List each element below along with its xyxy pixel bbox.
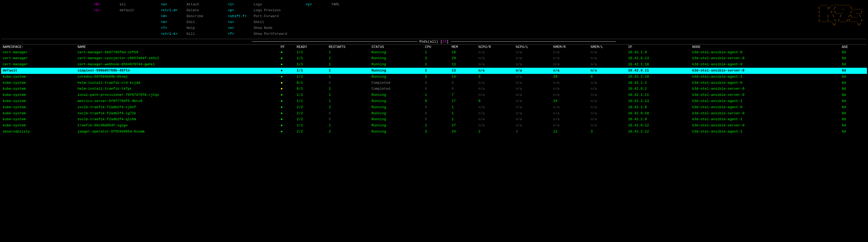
key-1[interactable]: <1> xyxy=(94,7,118,13)
key-ctrld[interactable]: <ctrl-d> xyxy=(161,7,185,13)
cell-status: Completed xyxy=(370,86,423,92)
cell-restarts: 2 xyxy=(327,129,370,135)
key-l[interactable]: <l> xyxy=(228,2,252,7)
pf-dot: ● xyxy=(281,87,283,91)
pods-table: NAMESPACE↑ NAME PF READY RESTARTS STATUS… xyxy=(1,44,867,135)
action-portforward: Port-Forward xyxy=(252,13,306,19)
pf-dot: ● xyxy=(281,130,283,134)
key-s[interactable]: <s> xyxy=(228,19,252,25)
table-row[interactable]: kube-systemsvclb-traefik-f2adb2f4-cjbnf●… xyxy=(1,104,867,110)
cell-cpur: n/a xyxy=(476,49,514,56)
cell-age: 6d xyxy=(840,80,867,86)
col-pf: PF xyxy=(279,44,295,49)
table-row[interactable]: kube-systemhelm-install-traefik-tkfpr●0/… xyxy=(1,86,867,92)
table-row[interactable]: cert-managercert-manager-webhook-8564679… xyxy=(1,62,867,68)
key-f[interactable]: <f> xyxy=(228,31,252,37)
cell-ready: 1/1 xyxy=(295,98,327,104)
cell-cpul: n/a xyxy=(514,110,552,117)
key-e[interactable]: <e> xyxy=(161,19,185,25)
cell-namespace: cert-manager xyxy=(1,62,76,68)
cell-pf: ● xyxy=(279,68,295,74)
cell-restarts: 1 xyxy=(327,98,370,104)
cell-ip: 10.42.1.2 xyxy=(626,80,690,86)
key-d[interactable]: <d> xyxy=(161,13,185,19)
table-row[interactable]: observabilityjaeger-operator-5f554d485d-… xyxy=(1,129,867,135)
pf-dot: ● xyxy=(281,117,283,121)
table-row[interactable]: kube-systemsvclb-traefik-f2adb2f4-lg72k●… xyxy=(1,110,867,117)
cell-ready: 1/1 xyxy=(295,49,327,56)
cell-mem: 13 xyxy=(450,68,477,74)
table-row[interactable]: cert-managercert-manager-cainjector-c865… xyxy=(1,56,867,62)
key-help[interactable]: <?> xyxy=(161,25,185,31)
cell-mem: 1 xyxy=(450,116,477,123)
cell-namespace: kube-system xyxy=(1,80,76,86)
key-a[interactable]: <a> xyxy=(161,2,185,7)
key-ctrlk[interactable]: <ctrl-k> xyxy=(161,31,185,37)
cell-cpul: n/a xyxy=(514,104,552,110)
cell-cpul: n/a xyxy=(514,116,552,123)
table-row[interactable]: kube-systemlocal-path-provisioner-79f67d… xyxy=(1,92,867,98)
cell-mem: 7 xyxy=(450,92,477,98)
pf-dot: ● xyxy=(281,105,283,109)
cell-meml: n/a xyxy=(589,49,626,56)
cell-cpur: n/a xyxy=(476,110,514,117)
cell-pf: ● xyxy=(279,62,295,68)
table-row[interactable]: kube-systemmetrics-server-5f9f776df5-9bt… xyxy=(1,98,867,104)
cell-age: 6d xyxy=(840,123,867,129)
pods-title-bar: ────────────────────────────────────────… xyxy=(1,39,867,44)
cell-status: Running xyxy=(370,62,423,68)
cell-ip: 10.42.1.8 xyxy=(626,104,690,110)
cell-restarts: 2 xyxy=(327,56,370,62)
col-status: STATUS xyxy=(370,44,423,49)
key-y[interactable]: <y> xyxy=(306,2,330,7)
key-shiftf[interactable]: <shift-f> xyxy=(228,13,252,19)
cell-cpul: n/a xyxy=(514,98,552,104)
cell-mem: 19 xyxy=(450,49,477,56)
cell-namespace: cert-manager xyxy=(1,56,76,62)
cell-memr: n/a xyxy=(552,86,589,92)
k9s-logo: ____ __.________ | |/ _/ __ \______ | < … xyxy=(813,2,863,26)
cell-node: k3d-otel-ansible-agent-1 xyxy=(690,116,840,123)
table-row[interactable]: kube-systemtraefik-66c46d954f-sgsgv●1/11… xyxy=(1,123,867,129)
table-row[interactable]: kube-systemcoredns-597584b69b-8ksmj●1/11… xyxy=(1,74,867,80)
col-namespace: NAMESPACE↑ xyxy=(1,44,76,49)
cell-cpur: n/a xyxy=(476,92,514,98)
key-0[interactable]: <0> xyxy=(94,2,118,7)
cell-cpu: 0 xyxy=(423,110,450,117)
cell-ip: 10.42.0.13 xyxy=(626,56,690,62)
table-row[interactable]: kube-systemsvclb-traefik-f2adb2f4-qlchm●… xyxy=(1,116,867,123)
action-edit: Edit xyxy=(185,19,228,25)
cell-mem: 0 xyxy=(450,86,477,92)
table-row[interactable]: cert-managercert-manager-5b97785fbd-n2fb… xyxy=(1,49,867,56)
cell-restarts: 0 xyxy=(327,80,370,86)
col-mem: MEM xyxy=(450,44,477,49)
cell-cpul: n/a xyxy=(514,123,552,129)
col-cpu: CPU xyxy=(423,44,450,49)
cell-namespace: kube-system xyxy=(1,110,76,117)
cell-name: helm-install-traefik-crd-kcjdd xyxy=(76,80,279,86)
logo-section: ____ __.________ | |/ _/ __ \______ | < … xyxy=(801,2,865,37)
cell-ip: 10.42.1.10 xyxy=(626,62,690,68)
cell-age: 6d xyxy=(840,49,867,56)
cell-memr: n/a xyxy=(552,116,589,123)
shortcuts-section: <0> all <a> Attach <l> Logs <y> YAML <1>… xyxy=(94,2,801,37)
cell-namespace: kube-system xyxy=(1,86,76,92)
cell-cpur: n/a xyxy=(476,104,514,110)
cell-cpul: n/a xyxy=(514,62,552,68)
key-p[interactable]: <p> xyxy=(228,7,252,13)
cell-cpu: 9 xyxy=(423,98,450,104)
cell-restarts: 0 xyxy=(327,116,370,123)
cell-cpul: n/a xyxy=(514,56,552,62)
cell-name: coredns-597584b69b-8ksmj xyxy=(76,74,279,80)
pf-dot: ● xyxy=(281,111,283,115)
cell-pf: ● xyxy=(279,74,295,80)
table-row[interactable]: kube-systemhelm-install-traefik-crd-kcjd… xyxy=(1,80,867,86)
cell-cpul: n/a xyxy=(514,68,552,74)
cell-node: k3d-otel-ansible-server-0 xyxy=(690,56,840,62)
cell-status: Running xyxy=(370,74,423,80)
cell-ready: 2/2 xyxy=(295,116,327,123)
cell-pf: ● xyxy=(279,80,295,86)
cell-status: Running xyxy=(370,116,423,123)
key-n[interactable]: <n> xyxy=(228,25,252,31)
table-row[interactable]: defaultsimplest-598b85769b-45ftn●1/11Run… xyxy=(1,68,867,74)
